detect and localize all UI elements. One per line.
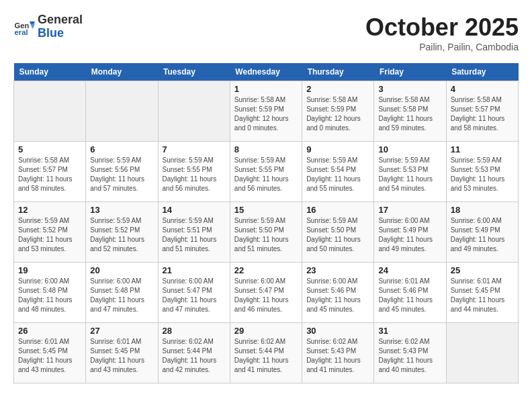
calendar-cell: 9Sunrise: 5:59 AMSunset: 5:54 PMDaylight…: [302, 142, 374, 202]
day-number: 7: [163, 144, 226, 154]
day-number: 29: [234, 326, 298, 336]
day-info: Sunrise: 5:58 AMSunset: 5:59 PMDaylight:…: [306, 95, 369, 133]
day-number: 4: [451, 84, 514, 94]
calendar-cell: 1Sunrise: 5:58 AMSunset: 5:59 PMDaylight…: [230, 81, 302, 142]
day-info: Sunrise: 6:02 AMSunset: 5:44 PMDaylight:…: [234, 337, 298, 375]
day-number: 18: [451, 205, 514, 215]
calendar-cell: 18Sunrise: 6:00 AMSunset: 5:49 PMDayligh…: [446, 202, 518, 263]
calendar-cell: 2Sunrise: 5:58 AMSunset: 5:59 PMDaylight…: [302, 81, 374, 142]
calendar-cell: 27Sunrise: 6:01 AMSunset: 5:45 PMDayligh…: [86, 323, 158, 383]
day-info: Sunrise: 5:59 AMSunset: 5:52 PMDaylight:…: [90, 216, 153, 254]
calendar-cell: 8Sunrise: 5:59 AMSunset: 5:55 PMDaylight…: [230, 142, 302, 202]
day-info: Sunrise: 5:59 AMSunset: 5:51 PMDaylight:…: [163, 216, 226, 254]
logo: Gen eral General Blue: [13, 13, 83, 40]
day-info: Sunrise: 6:02 AMSunset: 5:44 PMDaylight:…: [163, 337, 226, 375]
title-section: October 2025 Pailin, Pailin, Cambodia: [365, 13, 519, 52]
day-number: 1: [234, 84, 298, 94]
calendar-cell: 20Sunrise: 6:00 AMSunset: 5:48 PMDayligh…: [86, 263, 158, 323]
day-number: 8: [234, 144, 298, 154]
calendar-cell: 24Sunrise: 6:01 AMSunset: 5:46 PMDayligh…: [374, 263, 446, 323]
logo-general: General: [38, 13, 83, 27]
day-number: 30: [306, 326, 369, 336]
day-info: Sunrise: 5:59 AMSunset: 5:55 PMDaylight:…: [234, 156, 298, 193]
day-info: Sunrise: 6:00 AMSunset: 5:49 PMDaylight:…: [451, 216, 514, 254]
day-number: 17: [378, 205, 441, 215]
calendar-cell: [86, 81, 158, 142]
day-number: 28: [163, 326, 226, 336]
logo-blue: Blue: [38, 27, 83, 40]
day-info: Sunrise: 6:01 AMSunset: 5:45 PMDaylight:…: [90, 337, 153, 375]
weekday-header-monday: Monday: [86, 63, 158, 81]
calendar-week-3: 12Sunrise: 5:59 AMSunset: 5:52 PMDayligh…: [14, 202, 519, 263]
calendar-cell: 6Sunrise: 5:59 AMSunset: 5:56 PMDaylight…: [86, 142, 158, 202]
day-info: Sunrise: 5:58 AMSunset: 5:57 PMDaylight:…: [451, 95, 514, 133]
day-info: Sunrise: 5:59 AMSunset: 5:53 PMDaylight:…: [378, 156, 441, 193]
calendar-cell: 5Sunrise: 5:58 AMSunset: 5:57 PMDaylight…: [14, 142, 86, 202]
weekday-header-saturday: Saturday: [446, 63, 518, 81]
day-info: Sunrise: 6:01 AMSunset: 5:45 PMDaylight:…: [451, 277, 514, 314]
day-number: 16: [306, 205, 369, 215]
calendar-week-2: 5Sunrise: 5:58 AMSunset: 5:57 PMDaylight…: [14, 142, 519, 202]
calendar-cell: 21Sunrise: 6:00 AMSunset: 5:47 PMDayligh…: [158, 263, 230, 323]
calendar-cell: 31Sunrise: 6:02 AMSunset: 5:43 PMDayligh…: [374, 323, 446, 383]
day-info: Sunrise: 6:00 AMSunset: 5:49 PMDaylight:…: [378, 216, 441, 254]
weekday-header-row: SundayMondayTuesdayWednesdayThursdayFrid…: [14, 63, 519, 81]
weekday-header-sunday: Sunday: [14, 63, 86, 81]
day-number: 9: [306, 144, 369, 154]
day-info: Sunrise: 5:59 AMSunset: 5:54 PMDaylight:…: [306, 156, 369, 193]
calendar-week-5: 26Sunrise: 6:01 AMSunset: 5:45 PMDayligh…: [14, 323, 519, 383]
calendar-cell: 14Sunrise: 5:59 AMSunset: 5:51 PMDayligh…: [158, 202, 230, 263]
day-number: 10: [378, 144, 441, 154]
day-number: 26: [18, 326, 81, 336]
day-number: 22: [234, 265, 298, 275]
weekday-header-wednesday: Wednesday: [230, 63, 302, 81]
day-number: 5: [18, 144, 81, 154]
logo-text: General Blue: [38, 13, 83, 40]
day-number: 2: [306, 84, 369, 94]
day-info: Sunrise: 5:58 AMSunset: 5:58 PMDaylight:…: [378, 95, 441, 133]
day-info: Sunrise: 5:59 AMSunset: 5:52 PMDaylight:…: [18, 216, 81, 254]
calendar-cell: 22Sunrise: 6:00 AMSunset: 5:47 PMDayligh…: [230, 263, 302, 323]
day-info: Sunrise: 6:00 AMSunset: 5:47 PMDaylight:…: [163, 277, 226, 314]
calendar-table: SundayMondayTuesdayWednesdayThursdayFrid…: [13, 63, 519, 383]
calendar-cell: 4Sunrise: 5:58 AMSunset: 5:57 PMDaylight…: [446, 81, 518, 142]
calendar-cell: [158, 81, 230, 142]
day-info: Sunrise: 5:59 AMSunset: 5:50 PMDaylight:…: [234, 216, 298, 254]
day-number: 12: [18, 205, 81, 215]
day-info: Sunrise: 6:00 AMSunset: 5:47 PMDaylight:…: [234, 277, 298, 314]
day-info: Sunrise: 6:01 AMSunset: 5:46 PMDaylight:…: [378, 277, 441, 314]
day-number: 15: [234, 205, 298, 215]
calendar-cell: 17Sunrise: 6:00 AMSunset: 5:49 PMDayligh…: [374, 202, 446, 263]
day-info: Sunrise: 5:58 AMSunset: 5:57 PMDaylight:…: [18, 156, 81, 193]
day-number: 21: [163, 265, 226, 275]
calendar-cell: 10Sunrise: 5:59 AMSunset: 5:53 PMDayligh…: [374, 142, 446, 202]
day-info: Sunrise: 6:00 AMSunset: 5:46 PMDaylight:…: [306, 277, 369, 314]
calendar-cell: 7Sunrise: 5:59 AMSunset: 5:55 PMDaylight…: [158, 142, 230, 202]
calendar-week-4: 19Sunrise: 6:00 AMSunset: 5:48 PMDayligh…: [14, 263, 519, 323]
day-number: 20: [90, 265, 153, 275]
day-number: 6: [90, 144, 153, 154]
calendar-week-1: 1Sunrise: 5:58 AMSunset: 5:59 PMDaylight…: [14, 81, 519, 142]
calendar-cell: 15Sunrise: 5:59 AMSunset: 5:50 PMDayligh…: [230, 202, 302, 263]
calendar-cell: [14, 81, 86, 142]
day-number: 27: [90, 326, 153, 336]
calendar-cell: 11Sunrise: 5:59 AMSunset: 5:53 PMDayligh…: [446, 142, 518, 202]
day-info: Sunrise: 6:01 AMSunset: 5:45 PMDaylight:…: [18, 337, 81, 375]
day-number: 24: [378, 265, 441, 275]
calendar-cell: 28Sunrise: 6:02 AMSunset: 5:44 PMDayligh…: [158, 323, 230, 383]
calendar-cell: 12Sunrise: 5:59 AMSunset: 5:52 PMDayligh…: [14, 202, 86, 263]
day-info: Sunrise: 5:59 AMSunset: 5:50 PMDaylight:…: [306, 216, 369, 254]
day-number: 14: [163, 205, 226, 215]
location-subtitle: Pailin, Pailin, Cambodia: [365, 42, 519, 52]
day-number: 3: [378, 84, 441, 94]
page-header: Gen eral General Blue October 2025 Paili…: [13, 13, 519, 52]
weekday-header-tuesday: Tuesday: [158, 63, 230, 81]
svg-marker-3: [31, 24, 35, 29]
calendar-cell: 13Sunrise: 5:59 AMSunset: 5:52 PMDayligh…: [86, 202, 158, 263]
weekday-header-thursday: Thursday: [302, 63, 374, 81]
calendar-cell: 30Sunrise: 6:02 AMSunset: 5:43 PMDayligh…: [302, 323, 374, 383]
weekday-header-friday: Friday: [374, 63, 446, 81]
day-number: 31: [378, 326, 441, 336]
month-title: October 2025: [365, 13, 519, 42]
calendar-cell: 29Sunrise: 6:02 AMSunset: 5:44 PMDayligh…: [230, 323, 302, 383]
